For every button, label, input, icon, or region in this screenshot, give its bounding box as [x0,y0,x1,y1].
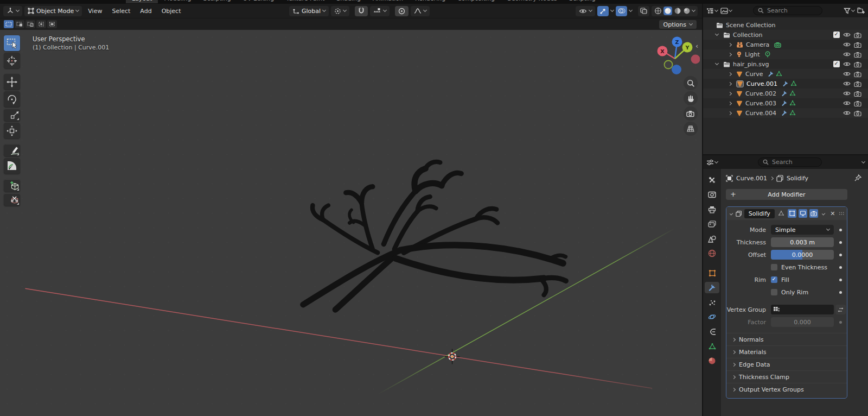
outliner-row-light[interactable]: Light [703,49,868,59]
drag-handle-icon[interactable] [839,211,844,216]
show-in-viewport-toggle[interactable] [799,209,807,218]
offset-slider[interactable]: 0.0000 [771,250,834,260]
disable-render-camera-icon[interactable] [854,91,861,97]
outliner-row-hair-pin-svg[interactable]: hair_pin.svg [703,59,868,69]
measure-tool[interactable] [4,158,20,174]
hide-eye-icon[interactable] [843,61,851,67]
even-thickness-checkbox[interactable] [771,264,777,270]
chevron-right-icon[interactable] [726,83,733,85]
tab-geometry-nodes[interactable]: Geometry Nodes [501,0,563,3]
pivot-point-dropdown[interactable] [331,6,349,16]
tab-modifiers[interactable] [705,282,719,293]
modifier-name-field[interactable]: Solidify [744,209,775,218]
animate-dot[interactable] [839,279,842,281]
transform-orientation-dropdown[interactable]: Global [289,6,329,16]
breadcrumb-modifier[interactable]: Solidify [787,175,808,182]
camera-view-button[interactable] [684,106,698,121]
properties-editor-type-button[interactable] [706,159,718,166]
chevron-down-icon[interactable] [610,8,614,12]
annotate-tool[interactable] [4,144,20,156]
tab-view-layer[interactable] [705,218,719,230]
tab-sculpting[interactable]: Sculpting [197,0,237,3]
chevron-right-icon[interactable] [726,92,733,95]
shading-wireframe-icon[interactable] [654,7,662,15]
disable-render-camera-icon[interactable] [854,110,861,116]
only-rim-checkbox[interactable] [771,289,777,295]
pin-icon[interactable] [854,174,861,181]
navigation-gizmo[interactable]: X Z Y [650,34,700,81]
outliner-row-curve-001[interactable]: Curve.001 [703,79,868,89]
tab-layout[interactable]: Layout [126,0,158,3]
shading-rendered-icon[interactable] [683,7,691,15]
vertex-group-field[interactable] [771,305,834,314]
hide-eye-icon[interactable] [843,71,851,77]
shading-material-icon[interactable] [674,7,681,15]
tab-compositing[interactable]: Compositing [451,0,501,3]
hide-eye-icon[interactable] [843,42,851,47]
tab-texture-paint[interactable]: Texture Paint [280,0,330,3]
tab-animation[interactable]: Animation [367,0,409,3]
show-gizmo-dropdown[interactable] [576,6,595,16]
subpanel-thickness-clamp[interactable]: Thickness Clamp [726,370,847,383]
invert-vertex-group-button[interactable] [835,305,846,314]
show-in-render-toggle[interactable] [809,209,818,218]
tab-constraints[interactable] [705,326,719,337]
outliner-row-collection[interactable]: Collection [703,30,868,40]
chevron-down-icon[interactable] [692,8,695,12]
chevron-down-icon[interactable] [713,64,720,65]
tab-particles[interactable] [705,297,719,308]
mode-dropdown[interactable]: Simple [771,225,834,235]
modifier-breadcrumb-icon[interactable] [776,175,783,182]
tab-uv-editing[interactable]: UV Editing [237,0,280,3]
animate-dot[interactable] [839,291,842,294]
tab-shading[interactable]: Shading [330,0,367,3]
hide-eye-icon[interactable] [843,32,851,37]
transform-tool[interactable] [4,123,20,138]
disable-render-camera-icon[interactable] [854,71,861,77]
tab-world[interactable] [705,248,719,259]
chevron-right-icon[interactable] [726,53,733,56]
overlays-toggle[interactable] [616,6,627,16]
pan-button[interactable] [684,91,698,105]
hide-eye-icon[interactable] [843,110,851,116]
outliner-row-scene-collection[interactable]: Scene Collection [703,20,868,30]
orthographic-toggle-button[interactable] [684,122,698,136]
tab-material[interactable] [705,355,719,367]
outliner-search-input[interactable]: Search [753,6,822,15]
scale-tool[interactable] [4,109,20,121]
chevron-right-icon[interactable] [726,43,733,46]
menu-view[interactable]: View [84,8,106,15]
tab-object[interactable] [705,267,719,279]
animate-dot[interactable] [839,241,842,244]
subpanel-normals[interactable]: Normals [726,333,847,345]
chevron-right-icon[interactable] [726,73,733,75]
select-intersect-button[interactable] [47,20,57,28]
viewport-3d[interactable]: Object Mode View Select Add Object Globa… [0,4,702,416]
tab-scene[interactable] [705,233,719,244]
tab-tool[interactable] [705,174,719,186]
snap-target-dropdown[interactable] [370,6,390,16]
proportional-editing-toggle[interactable] [395,6,409,16]
animate-dot[interactable] [839,266,842,269]
subpanel-materials[interactable]: Materials [726,345,847,358]
show-in-editmode-toggle[interactable] [788,209,796,218]
select-subtract-button[interactable] [25,20,35,28]
disable-render-camera-icon[interactable] [854,32,861,38]
chevron-right-icon[interactable] [726,102,733,105]
move-tool[interactable] [4,74,20,90]
breadcrumb-object[interactable]: Curve.001 [736,175,767,182]
menu-select[interactable]: Select [108,8,134,15]
snap-toggle[interactable] [355,6,368,16]
chevron-down-icon[interactable] [713,34,720,35]
hide-eye-icon[interactable] [843,100,851,106]
animate-dot[interactable] [839,229,842,231]
cursor-tool[interactable] [4,53,20,68]
options-button[interactable]: Options [659,20,697,29]
disable-render-camera-icon[interactable] [854,61,861,67]
disable-render-camera-icon[interactable] [854,100,861,106]
properties-search-input[interactable]: Search [758,157,822,167]
outliner-row-camera[interactable]: Camera [703,40,868,49]
add-modifier-button[interactable]: + Add Modifier [726,189,847,200]
rotate-tool[interactable] [4,91,20,107]
outliner-row-curve-004[interactable]: Curve.004 [703,108,868,118]
